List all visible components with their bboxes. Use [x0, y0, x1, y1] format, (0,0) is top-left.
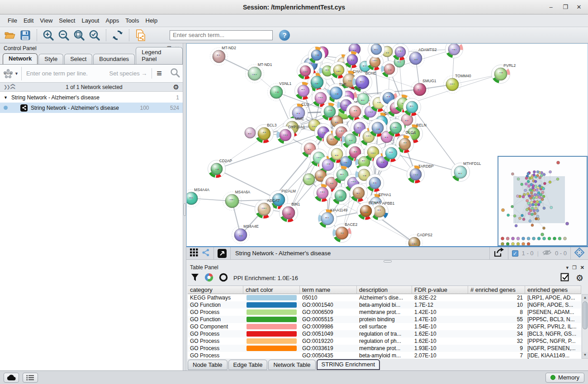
detach-view-icon[interactable] — [218, 249, 227, 258]
table-scrollbar[interactable]: ▲ ▼ — [582, 294, 588, 359]
tab-edge-table[interactable]: Edge Table — [228, 360, 268, 370]
network-node[interactable] — [303, 173, 315, 185]
enrichment-row[interactable]: GO ComponentGO:0009986cell surface1.54E-… — [188, 323, 581, 330]
task-list-button[interactable] — [23, 373, 38, 383]
column-header-term-name[interactable]: term name — [300, 286, 357, 294]
network-node[interactable] — [446, 44, 463, 58]
filter-funnel-icon[interactable] — [191, 273, 199, 283]
network-node[interactable]: MS4A4A — [187, 187, 209, 207]
enrichment-row[interactable]: GO ProcessGO:0006509membrane prot...1.42… — [188, 309, 581, 316]
column-header-category[interactable]: category — [188, 286, 243, 294]
donut-chart-icon[interactable] — [204, 273, 213, 284]
network-node[interactable] — [332, 187, 350, 205]
copy-network-icon[interactable] — [134, 29, 147, 42]
zoom-fit-icon[interactable] — [73, 29, 85, 42]
search-input[interactable] — [170, 30, 273, 40]
network-node[interactable] — [392, 44, 409, 61]
network-node[interactable]: BACE2 — [333, 222, 358, 243]
menu-select[interactable]: Select — [56, 15, 78, 26]
column-header-fdr-p-value[interactable]: FDR p-value — [412, 286, 468, 294]
zoom-in-icon[interactable] — [42, 29, 55, 42]
maximize-button[interactable]: ❐ — [561, 3, 570, 12]
string-search-icon[interactable] — [166, 68, 180, 80]
network-collection-row[interactable]: ▼ String Network - Alzheimer's disease 1 — [0, 92, 183, 103]
open-file-icon[interactable] — [4, 29, 16, 42]
network-node[interactable] — [383, 145, 400, 162]
enrichment-row[interactable]: GO FunctionGO:0001540beta-amyloid bi...1… — [188, 301, 581, 309]
panel-close-icon[interactable]: ✕ — [580, 265, 584, 271]
cloud-tasks-button[interactable] — [4, 373, 19, 383]
network-node[interactable] — [245, 127, 256, 138]
network-row[interactable]: String Network - Alzheimer's disease 100… — [0, 103, 183, 113]
network-node[interactable] — [331, 62, 347, 79]
string-term-input[interactable]: Enter one term per line. — [22, 70, 109, 77]
enrichment-row[interactable]: GO ProcessGO:0051049regulation of tra...… — [188, 330, 581, 337]
column-header-chart-color[interactable]: chart color — [243, 286, 300, 294]
enrichment-row[interactable]: KEGG Pathways05010Alzheimer's dise...8.8… — [188, 294, 581, 301]
memory-button[interactable]: Memory — [545, 373, 584, 383]
tab-legend-panel[interactable]: Legend Panel — [136, 47, 183, 64]
network-node[interactable] — [295, 82, 313, 100]
tab-boundaries[interactable]: Boundaries — [93, 54, 135, 64]
enrichment-row[interactable]: GO ProcessGO:0050435beta-amyloid m...2.0… — [188, 352, 581, 359]
zoom-out-icon[interactable] — [57, 29, 70, 42]
scrollbar-thumb[interactable] — [583, 301, 588, 329]
export-network-icon[interactable] — [493, 248, 504, 259]
column-header-enriched-genes[interactable]: enriched genes — [525, 286, 581, 294]
menu-help[interactable]: Help — [142, 15, 161, 26]
scroll-down-icon[interactable]: ▼ — [582, 352, 588, 358]
splitter-handle[interactable] — [184, 203, 186, 216]
string-logo-icon[interactable]: STRING ▼ — [3, 67, 22, 80]
menu-layout[interactable]: Layout — [78, 15, 102, 26]
ring-chart-icon[interactable] — [219, 273, 228, 284]
network-node[interactable] — [350, 184, 368, 202]
save-session-icon[interactable] — [19, 29, 32, 42]
hidden-eye-icon[interactable] — [542, 249, 551, 257]
menu-file[interactable]: File — [5, 15, 20, 26]
tab-style[interactable]: Style — [38, 54, 63, 64]
enrichment-row[interactable]: GO ProcessGO:0033619membrane prot...1.93… — [188, 345, 581, 352]
close-button[interactable]: ✕ — [574, 3, 583, 12]
minimize-button[interactable]: – — [546, 3, 555, 12]
enrichment-row[interactable]: GO FunctionGO:0005515protein binding1.47… — [188, 316, 581, 323]
help-icon[interactable]: ? — [279, 30, 290, 41]
enrichment-row[interactable]: GO ProcessGO:0019220regulation of ph...1… — [188, 337, 581, 345]
network-node[interactable]: ADAMTS2 — [407, 47, 437, 67]
birds-eye-view[interactable] — [498, 156, 588, 246]
network-node[interactable]: CADPS2 — [406, 233, 433, 246]
menu-edit[interactable]: Edit — [20, 15, 37, 26]
select-checkbox-icon[interactable] — [560, 273, 569, 284]
network-node[interactable]: TOMM40 — [444, 74, 471, 94]
navigator-icon[interactable] — [574, 248, 584, 259]
tab-string-enrichment[interactable]: STRING Enrichment — [317, 359, 380, 370]
panel-float-icon[interactable]: ❐ — [572, 265, 577, 271]
tab-select[interactable]: Select — [64, 54, 92, 64]
column-header--enriched-genes[interactable]: # enriched genes — [468, 286, 525, 294]
network-node[interactable] — [314, 184, 332, 202]
network-node[interactable]: PVRL2 — [492, 63, 516, 84]
network-node[interactable]: MS4A4E — [232, 224, 259, 244]
network-node[interactable] — [403, 98, 421, 116]
network-node[interactable]: VSNL1 — [268, 81, 292, 101]
string-menu-icon[interactable]: ≡ — [152, 68, 166, 79]
network-node[interactable]: MT-ND1 — [246, 62, 272, 83]
network-node[interactable]: CYP19A1 — [277, 125, 305, 144]
network-node[interactable] — [297, 63, 314, 80]
horizontal-splitter-handle[interactable] — [384, 260, 392, 262]
expand-all-icon[interactable]: ❯❯ — [10, 84, 15, 90]
refresh-icon[interactable] — [111, 29, 124, 42]
network-node[interactable] — [344, 52, 361, 68]
scroll-up-icon[interactable]: ▲ — [582, 295, 588, 301]
tab-network-table[interactable]: Network Table — [268, 360, 315, 370]
network-node[interactable] — [308, 47, 325, 64]
network-node[interactable]: MT-ND2 — [210, 46, 237, 66]
menu-view[interactable]: View — [37, 15, 56, 26]
tab-network[interactable]: Network — [3, 53, 38, 64]
network-node[interactable]: MS4A6A — [223, 190, 251, 211]
selected-nodes-checkbox[interactable]: ✓ — [512, 250, 518, 257]
menu-tools[interactable]: Tools — [122, 15, 142, 26]
table-settings-gear-icon[interactable]: ⚙ — [576, 273, 583, 283]
network-node[interactable] — [387, 119, 405, 137]
network-node[interactable] — [357, 93, 369, 105]
zoom-selected-icon[interactable] — [88, 29, 101, 42]
